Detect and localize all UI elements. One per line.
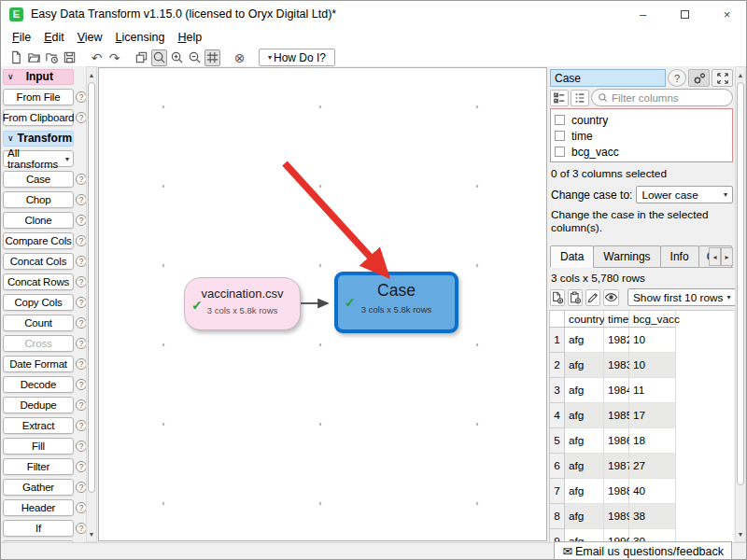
cell-bcg-vacc[interactable]: 30	[629, 529, 676, 542]
scroll-up-icon[interactable]: ▲	[736, 68, 745, 81]
email-feedback-button[interactable]: ✉ Email us questions/feedback	[554, 541, 732, 560]
transform-button-if[interactable]: If	[3, 520, 74, 537]
zoom-out-button[interactable]	[187, 49, 203, 66]
tab-scroll-left-button[interactable]: ◂	[709, 247, 721, 266]
cell-time[interactable]: 1986	[604, 428, 629, 454]
cell-time[interactable]: 1984	[604, 378, 629, 403]
save-button[interactable]	[62, 49, 78, 66]
menu-view[interactable]: View	[71, 29, 109, 46]
menu-edit[interactable]: Edit	[37, 29, 71, 46]
edit-values-button[interactable]	[585, 289, 600, 306]
cell-time[interactable]: 1990	[604, 529, 629, 542]
column-item-bcg-vacc[interactable]: bcg_vacc	[553, 145, 732, 159]
transform-button-dedupe[interactable]: Dedupe	[3, 397, 74, 413]
transform-button-clone[interactable]: Clone	[3, 212, 74, 229]
table-row[interactable]: 5 afg 1986 18	[550, 428, 734, 454]
transform-button-decode[interactable]: Decode	[3, 376, 74, 393]
pan-zoom-button[interactable]	[151, 49, 167, 66]
table-row[interactable]: 3 afg 1984 11	[550, 378, 734, 403]
data-preview-table[interactable]: country time bcg_vacc 1 afg 1982 10 2 af…	[549, 310, 734, 542]
cell-bcg-vacc[interactable]: 10	[629, 353, 676, 378]
transform-button-chop[interactable]: Chop	[3, 191, 74, 208]
expand-panel-button[interactable]	[712, 69, 733, 87]
cell-time[interactable]: 1982	[604, 328, 629, 353]
transform-button-fill[interactable]: Fill	[3, 438, 74, 455]
cell-time[interactable]: 1987	[604, 454, 629, 479]
minimize-button[interactable]: –	[622, 1, 664, 27]
change-case-dropdown[interactable]: Lower case ▾	[636, 186, 733, 203]
transform-button-gather[interactable]: Gather	[3, 479, 74, 496]
cell-bcg-vacc[interactable]: 11	[629, 378, 676, 403]
scroll-down-icon[interactable]: ▼	[736, 527, 745, 540]
transform-button-concat-rows[interactable]: Concat Rows	[3, 273, 74, 290]
cell-time[interactable]: 1989	[604, 504, 629, 529]
table-row[interactable]: 7 afg 1988 40	[550, 479, 734, 504]
transform-button-filter[interactable]: Filter	[3, 458, 74, 475]
transform-button-header[interactable]: Header	[3, 499, 74, 516]
cell-country[interactable]: afg	[565, 504, 604, 529]
cell-country[interactable]: afg	[565, 378, 604, 403]
transform-button-count[interactable]: Count	[3, 315, 74, 331]
table-row[interactable]: 1 afg 1982 10	[550, 328, 734, 353]
tab-info[interactable]: Info	[660, 245, 699, 267]
checkbox-icon[interactable]	[555, 147, 565, 157]
checkbox-icon[interactable]	[555, 115, 565, 125]
cell-time[interactable]: 1988	[604, 479, 629, 504]
source-node-vaccination-csv[interactable]: vaccination.csv 3 cols x 5.8k rows ✓	[184, 277, 301, 330]
cell-time[interactable]: 1983	[604, 353, 629, 378]
cell-country[interactable]: afg	[565, 403, 604, 428]
table-row[interactable]: 2 afg 1983 10	[550, 353, 734, 378]
input-section-header[interactable]: ∨ Input	[3, 69, 74, 85]
cell-bcg-vacc[interactable]: 27	[629, 454, 676, 479]
menu-licensing[interactable]: Licensing	[109, 29, 172, 46]
right-panel-scrollbar[interactable]: ▲ ▼	[735, 66, 746, 542]
scroll-down-icon[interactable]: ▼	[87, 527, 96, 540]
transform-button-compare-cols[interactable]: Compare Cols	[3, 232, 74, 249]
zoom-in-button[interactable]	[169, 49, 185, 66]
copy-to-clipboard-button[interactable]	[568, 289, 583, 306]
tab-data[interactable]: Data	[550, 245, 594, 268]
header-bcg-vacc[interactable]: bcg_vacc	[629, 311, 676, 328]
node-name-field[interactable]: Case	[550, 69, 666, 87]
open-file-button[interactable]	[26, 49, 42, 66]
header-country[interactable]: country	[565, 311, 604, 328]
table-row[interactable]: 4 afg 1985 17	[550, 403, 734, 428]
panel-help-button[interactable]: ?	[668, 69, 686, 87]
transform-button-case[interactable]: Case	[3, 171, 74, 188]
table-row[interactable]: 6 afg 1987 27	[550, 454, 734, 479]
disconnect-button[interactable]: ⊗	[232, 49, 247, 66]
open-recent-button[interactable]	[44, 49, 60, 66]
cell-country[interactable]: afg	[565, 479, 604, 504]
header-time[interactable]: time	[604, 311, 629, 328]
list-view-button[interactable]	[571, 90, 589, 106]
from-clipboard-button[interactable]: From Clipboard	[3, 109, 74, 126]
flow-canvas[interactable]: vaccination.csv 3 cols x 5.8k rows ✓ Cas…	[98, 67, 547, 541]
new-file-button[interactable]	[8, 49, 24, 66]
cell-bcg-vacc[interactable]: 18	[629, 428, 676, 454]
export-file-button[interactable]	[550, 289, 565, 306]
maximize-button[interactable]	[664, 1, 706, 27]
column-selection-list[interactable]: country time bcg_vacc	[550, 108, 733, 162]
transform-filter-dropdown[interactable]: All transforms ▾	[3, 150, 74, 167]
toggle-grid-button[interactable]	[204, 49, 220, 66]
redo-button[interactable]: ↷	[106, 49, 122, 66]
filter-columns-search[interactable]	[591, 89, 733, 106]
select-all-columns-button[interactable]	[550, 90, 569, 106]
close-button[interactable]: ×	[706, 1, 747, 27]
cell-bcg-vacc[interactable]: 10	[629, 328, 676, 353]
from-file-button[interactable]: From File	[3, 89, 74, 105]
scrollbar-thumb[interactable]	[737, 82, 744, 485]
settings-button[interactable]	[688, 69, 710, 87]
view-options-button[interactable]	[603, 289, 619, 306]
column-item-country[interactable]: country	[553, 113, 732, 127]
transform-button-date-format[interactable]: Date Format	[3, 356, 74, 372]
scrollbar-thumb[interactable]	[88, 82, 95, 493]
cell-bcg-vacc[interactable]: 38	[629, 504, 676, 529]
transform-section-header[interactable]: ∨ Transform	[3, 131, 74, 147]
menu-help[interactable]: Help	[171, 29, 208, 46]
show-rows-dropdown[interactable]: Show first 10 rows ▾	[627, 288, 735, 306]
scroll-up-icon[interactable]: ▲	[87, 68, 96, 81]
sidebar-scrollbar[interactable]: ▲ ▼	[86, 66, 97, 542]
cell-country[interactable]: afg	[565, 454, 604, 479]
tab-warnings[interactable]: Warnings	[593, 245, 660, 267]
